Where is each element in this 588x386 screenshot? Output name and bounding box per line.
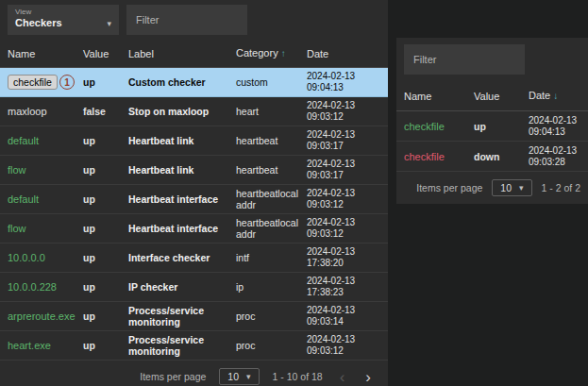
chevron-down-icon: ▾ [107,19,111,28]
cell-name: flow [8,220,83,237]
left-paginator: Items per page 10 ▾ 1 - 10 of 18 ‹ › [0,361,388,386]
cell-category: custom [236,74,307,91]
cell-name: 10.0.0.228 [8,278,83,295]
table-row[interactable]: maxloop false Stop on maxloop heart 2024… [0,97,388,126]
page-size-select[interactable]: 10 ▾ [492,179,531,196]
column-header-value[interactable]: Value [474,88,529,105]
checkers-panel: View Checkers ▾ Name Value Label Categor… [0,0,388,386]
column-header-name[interactable]: Name [404,88,474,105]
checker-history-panel: Name Value Date↓ checkfile up 2024-02-13… [396,38,588,204]
items-per-page-label: Items per page [140,371,206,382]
sort-asc-icon: ↑ [281,48,286,59]
cell-name: maxloop [8,103,83,120]
cell-label: Heartbeat link [128,161,236,178]
cell-value: up [83,278,128,295]
cell-name: arpreroute.exe [8,308,83,325]
items-per-page-label: Items per page [416,182,482,193]
cell-name: default [8,132,83,149]
cell-date: 2024-02-1309:03:14 [307,302,382,330]
column-header-date[interactable]: Date [307,45,382,62]
cell-label: Custom checker [128,74,236,91]
right-paginator: Items per page 10 ▾ 1 - 2 of 2 [396,172,588,204]
cell-value: up [474,118,529,135]
filter-input[interactable] [404,44,525,75]
filter-input[interactable] [126,5,247,35]
table-row[interactable]: 10.0.0.228 up IP checker ip 2024-02-1317… [0,273,388,302]
history-table: Name Value Date↓ checkfile up 2024-02-13… [396,81,588,172]
cell-date: 2024-02-1309:03:12 [307,97,382,126]
cell-category: proc [236,308,307,325]
table-row-selected[interactable]: checkfile 1 up Custom checker custom 202… [0,68,388,97]
checkers-table: Name Value Label Category↑ Date checkfil… [0,40,388,361]
view-select[interactable]: View Checkers ▾ [8,5,119,35]
cell-date: 2024-02-1309:04:13 [307,68,382,96]
cell-name: default [8,191,83,208]
previous-page-button[interactable]: ‹ [336,369,349,385]
cell-category: heart [236,103,307,120]
table-header-row: Name Value Date↓ [396,81,588,111]
column-header-name[interactable]: Name [8,45,83,62]
table-row[interactable]: heart.exe up Process/service monitoring … [0,331,388,361]
page-range-label: 1 - 10 of 18 [273,371,323,382]
cell-value: down [474,148,529,165]
cell-category: heartbeat [236,161,307,178]
sort-desc-icon: ↓ [553,91,558,101]
table-row[interactable]: checkfile down 2024-02-1309:03:28 [396,142,588,172]
cell-value: up [83,161,128,178]
cell-value: up [83,220,128,237]
cell-date: 2024-02-1317:38:20 [307,243,382,272]
cell-category: ip [236,278,307,295]
cell-name: flow [8,161,83,178]
column-header-value[interactable]: Value [83,45,128,62]
table-header-row: Name Value Label Category↑ Date [0,40,388,68]
table-row[interactable]: flow up Heartbeat interface heartbeatloc… [0,214,388,243]
cell-label: Process/service monitoring [128,302,236,330]
table-row[interactable]: default up Heartbeat interface heartbeat… [0,185,388,214]
annotation-1-badge: 1 [59,75,75,90]
table-row[interactable]: checkfile up 2024-02-1309:04:13 [396,111,588,142]
cell-value: up [83,337,128,354]
chevron-down-icon: ▾ [246,372,251,381]
cell-label: Process/service monitoring [128,331,236,360]
cell-name: heart.exe [8,337,83,354]
column-header-label[interactable]: Label [128,45,236,62]
table-row[interactable]: default up Heartbeat link heartbeat 2024… [0,126,388,156]
cell-category: proc [236,337,307,354]
cell-category: heartbeat [236,132,307,149]
cell-name: checkfile [404,148,474,165]
cell-value: up [83,249,128,266]
table-row[interactable]: flow up Heartbeat link heartbeat 2024-02… [0,156,388,185]
cell-date: 2024-02-1309:04:13 [529,112,588,141]
cell-label: Heartbeat interface [128,220,236,237]
next-page-button[interactable]: › [361,369,375,385]
cell-category: heartbeatlocal addr [236,214,307,243]
page-size-select[interactable]: 10 ▾ [219,368,259,385]
cell-date: 2024-02-1309:03:12 [307,214,382,243]
table-row[interactable]: arpreroute.exe up Process/service monito… [0,302,388,331]
right-toolbar [396,38,588,81]
page-range-label: 1 - 2 of 2 [542,182,580,193]
cell-date: 2024-02-1309:03:12 [307,331,382,360]
cell-value: up [83,74,128,91]
cell-date: 2024-02-1309:03:17 [307,156,382,184]
cell-name: checkfile [404,118,474,135]
selected-name-chip[interactable]: checkfile [8,75,58,90]
view-select-label: View [15,8,111,16]
cell-value: up [83,191,128,208]
cell-name: 10.0.0.0 [8,249,83,266]
cell-category: intf [236,249,307,266]
view-select-value: Checkers [15,16,62,30]
cell-label: IP checker [128,278,236,295]
cell-date: 2024-02-1309:03:17 [307,126,382,155]
left-toolbar: View Checkers ▾ [0,0,388,40]
cell-date: 2024-02-1309:03:28 [529,143,588,171]
cell-label: Interface checker [128,249,236,266]
column-header-category[interactable]: Category↑ [236,44,307,62]
cell-date: 2024-02-1309:03:12 [307,185,382,213]
cell-label: Heartbeat interface [128,191,236,208]
column-header-date[interactable]: Date↓ [529,87,588,105]
chevron-down-icon: ▾ [519,183,524,193]
cell-date: 2024-02-1317:38:23 [307,273,382,301]
table-row[interactable]: 10.0.0.0 up Interface checker intf 2024-… [0,243,388,273]
cell-value: false [83,103,128,120]
